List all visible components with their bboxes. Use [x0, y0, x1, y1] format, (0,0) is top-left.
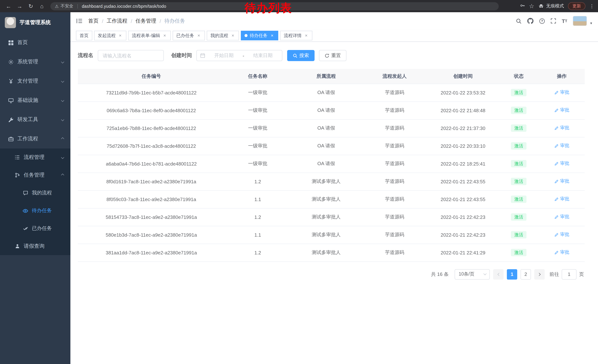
breadcrumb-home[interactable]: 首页: [88, 18, 99, 24]
pencil-icon: [554, 179, 559, 184]
github-icon[interactable]: [527, 18, 534, 24]
approve-link[interactable]: 审批: [554, 89, 569, 96]
sidebar-item-payment[interactable]: 支付管理: [0, 72, 70, 91]
approve-link-label: 审批: [560, 178, 569, 185]
incognito-badge: 无痕模式: [538, 3, 564, 9]
initiator-cell: 芋道源码: [362, 190, 428, 208]
sidebar-item-infrastructure[interactable]: 基础设施: [0, 91, 70, 110]
create-time-label: 创建时间: [171, 52, 192, 59]
initiator-cell: 芋道源码: [362, 244, 428, 261]
action-cell: 审批: [539, 226, 585, 244]
prev-page-button[interactable]: [493, 269, 504, 279]
approve-link[interactable]: 审批: [554, 125, 569, 131]
sidebar-item-done-tasks[interactable]: 已办任务: [0, 219, 70, 237]
table-row: 069c6a63-7b8a-11ec-8ef0-acde48001122 一级审…: [78, 101, 585, 119]
create-time-cell: 2022-01-21 22:42:23: [428, 226, 498, 244]
approve-link[interactable]: 审批: [554, 214, 569, 220]
initiator-cell: 芋道源码: [362, 173, 428, 190]
close-icon[interactable]: ×: [270, 33, 274, 38]
key-icon[interactable]: [520, 3, 525, 9]
approve-link[interactable]: 审批: [554, 161, 569, 167]
avatar-caret-icon[interactable]: ▾: [590, 21, 592, 25]
task-id-cell: 73211d9d-7b9b-11ec-b5b7-acde48001122: [78, 84, 225, 101]
tab-process-form-edit[interactable]: 流程表单-编辑 ×: [128, 31, 171, 40]
approve-link[interactable]: 审批: [554, 196, 569, 202]
reset-button[interactable]: 重置: [319, 50, 346, 61]
tab-start-process[interactable]: 发起流程 ×: [94, 31, 126, 40]
sidebar-item-process-management[interactable]: 流程管理: [0, 148, 70, 166]
column-task-id: 任务编号: [78, 69, 225, 84]
close-icon[interactable]: ×: [196, 33, 201, 38]
sidebar-item-leave-query[interactable]: 请假查询: [0, 237, 70, 255]
update-button[interactable]: 更新: [568, 2, 585, 10]
sidebar-item-system[interactable]: 系统管理: [0, 52, 70, 72]
next-page-button[interactable]: [534, 269, 545, 279]
page-button-2[interactable]: 2: [521, 269, 531, 279]
status-badge: 激活: [511, 142, 526, 150]
process-cell: OA 请假: [291, 137, 362, 155]
double-check-icon: [22, 226, 29, 231]
sidebar-item-workflow[interactable]: 工作流程: [0, 129, 70, 148]
font-size-icon[interactable]: TT: [562, 18, 567, 24]
table-row: a6aba0a4-7b6d-11ec-b781-acde48001122 一级审…: [78, 155, 585, 173]
page-button-1[interactable]: 1: [507, 269, 517, 279]
browser-chrome: ← → ↻ ⌂ ⚠ 不安全 dashboard.yudao.iocoder.cn…: [0, 0, 598, 12]
sidebar-item-todo-tasks[interactable]: 待办任务: [0, 202, 70, 219]
close-icon[interactable]: ×: [118, 33, 123, 38]
top-header: 首页 / 工作流程 / 任务管理 / 待办任务 ?: [70, 12, 598, 30]
sidebar-item-task-management[interactable]: 任务管理: [0, 166, 70, 184]
back-icon[interactable]: ←: [4, 3, 13, 9]
process-name-input[interactable]: [98, 50, 164, 61]
bookmark-star-icon[interactable]: ☆: [529, 3, 534, 10]
tab-my-process[interactable]: 我的流程 ×: [207, 31, 239, 40]
pencil-icon: [554, 197, 559, 202]
close-icon[interactable]: ×: [231, 33, 235, 38]
task-name-cell: 1.1: [225, 226, 291, 244]
browser-menu-icon[interactable]: ⋮: [590, 3, 594, 9]
status-cell: 激活: [498, 119, 539, 137]
user-avatar[interactable]: [573, 16, 587, 26]
sidebar-item-my-process[interactable]: 我的流程: [0, 184, 70, 202]
security-warning[interactable]: ⚠ 不安全: [55, 3, 73, 9]
reload-icon[interactable]: ↻: [26, 3, 36, 9]
sidebar-item-label: 基础设施: [17, 97, 38, 104]
forward-icon[interactable]: →: [15, 3, 25, 9]
status-cell: 激活: [498, 137, 539, 155]
help-icon[interactable]: ?: [539, 18, 545, 24]
close-icon[interactable]: ×: [304, 33, 309, 38]
tab-process-detail[interactable]: 流程详情 ×: [280, 31, 312, 40]
create-time-cell: 2022-01-21 22:43:55: [428, 190, 498, 208]
process-cell: 测试多审批人: [291, 190, 362, 208]
menu-fold-icon[interactable]: [76, 18, 83, 24]
approve-link[interactable]: 审批: [554, 249, 569, 256]
approve-link-label: 审批: [560, 214, 569, 220]
app-logo: 芋道管理系统: [0, 12, 70, 33]
approve-link-label: 审批: [560, 196, 569, 202]
search-button[interactable]: 搜索: [287, 50, 315, 61]
chevron-down-icon: [61, 60, 64, 64]
approve-link[interactable]: 审批: [554, 178, 569, 185]
tab-home[interactable]: 首页: [76, 31, 92, 40]
tab-done-tasks[interactable]: 已办任务 ×: [173, 31, 205, 40]
page-size-select[interactable]: 10条/页: [455, 269, 490, 279]
sidebar-item-home[interactable]: 首页: [0, 33, 70, 52]
breadcrumb-workflow[interactable]: 工作流程: [107, 18, 127, 24]
font-size-large-glyph: T: [562, 18, 565, 24]
breadcrumb-task-management[interactable]: 任务管理: [136, 18, 156, 24]
search-icon[interactable]: [516, 18, 522, 24]
approve-link-label: 审批: [560, 107, 569, 113]
tab-todo-tasks[interactable]: 待办任务 ×: [241, 31, 278, 40]
column-task-name: 任务名称: [225, 69, 291, 84]
approve-link[interactable]: 审批: [554, 107, 569, 113]
date-range-picker[interactable]: 开始日期 - 结束日期: [196, 50, 282, 61]
sidebar-item-devtools[interactable]: 研发工具: [0, 110, 70, 129]
sidebar-item-label: 系统管理: [17, 58, 38, 65]
home-icon[interactable]: ⌂: [37, 3, 47, 9]
gear-icon: [8, 59, 14, 65]
goto-page-input[interactable]: [562, 269, 576, 279]
fullscreen-icon[interactable]: [551, 18, 556, 24]
tab-label: 待办任务: [250, 32, 267, 39]
approve-link[interactable]: 审批: [554, 232, 569, 238]
approve-link[interactable]: 审批: [554, 143, 569, 149]
close-icon[interactable]: ×: [162, 33, 167, 38]
